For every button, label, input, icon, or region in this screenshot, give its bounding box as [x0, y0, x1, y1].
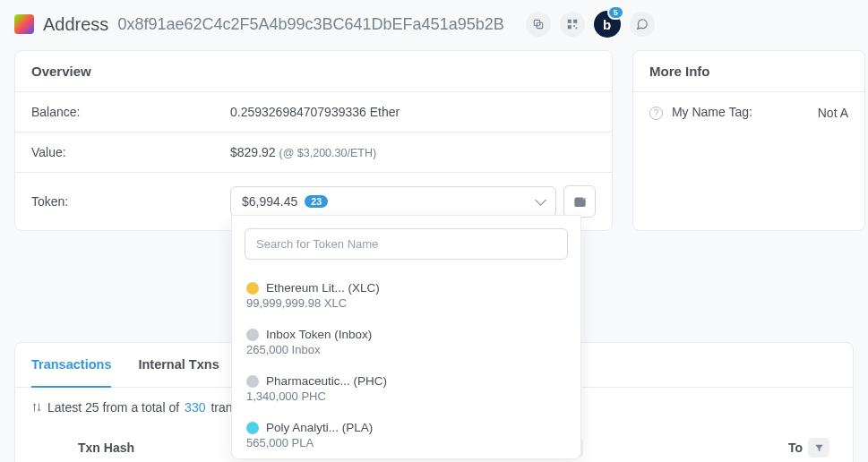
value-rate: (@ $3,200.30/ETH) — [279, 147, 377, 159]
token-total: $6,994.45 — [242, 194, 297, 209]
token-label: Token: — [31, 194, 230, 209]
token-count-badge: 23 — [305, 195, 328, 208]
balance-label: Balance: — [31, 105, 230, 119]
svg-rect-4 — [567, 25, 571, 29]
tab-internal-txns[interactable]: Internal Txns — [138, 343, 219, 387]
blockies-badge: 5 — [607, 5, 624, 20]
token-dropdown-panel: Ethereum Lit... (XLC) 99,999,999.98 XLC … — [231, 215, 581, 459]
token-item-amount: 1,340,000 PHC — [246, 389, 566, 403]
address-avatar — [14, 14, 34, 34]
token-item-name: Inbox Token (Inbox) — [266, 328, 372, 341]
token-item-name: Pharmaceutic... (PHC) — [266, 374, 387, 388]
page-title: Address — [43, 14, 108, 35]
token-item-amount: 565,000 PLA — [246, 436, 566, 449]
token-icon — [246, 282, 259, 295]
svg-rect-5 — [573, 25, 575, 27]
chevron-down-icon — [535, 194, 546, 206]
name-tag-value: Not A — [818, 106, 848, 120]
value-label: Value: — [31, 145, 230, 159]
blockies-icon[interactable]: b 5 — [594, 11, 621, 38]
token-dropdown-button[interactable]: $6,994.45 23 — [230, 186, 556, 217]
value-usd: $829.92 — [230, 145, 276, 159]
svg-rect-3 — [573, 20, 577, 23]
help-icon[interactable]: ? — [649, 107, 663, 120]
overview-card: Overview Balance: 0.259326984707939336 E… — [14, 50, 613, 231]
token-icon — [246, 375, 259, 388]
more-info-title: More Info — [649, 64, 848, 79]
more-info-card: More Info ? My Name Tag: Not A — [632, 50, 865, 231]
svg-rect-2 — [567, 20, 571, 23]
sort-icon[interactable] — [31, 402, 42, 413]
tx-count-link[interactable]: 330 — [185, 400, 205, 415]
token-item-amount: 265,000 Inbox — [246, 343, 566, 356]
token-dropdown-item[interactable]: Ethereum Lit... (XLC) 99,999,999.98 XLC — [232, 272, 580, 319]
filter-to-icon[interactable] — [808, 438, 829, 458]
chat-icon[interactable] — [630, 12, 655, 37]
token-search-input[interactable] — [245, 228, 568, 260]
token-icon — [246, 329, 259, 341]
qr-icon[interactable] — [560, 12, 585, 37]
wallet-button[interactable] — [563, 185, 596, 218]
name-tag-label: My Name Tag: — [672, 105, 752, 119]
copy-icon[interactable] — [526, 12, 551, 37]
token-item-amount: 99,999,999.98 XLC — [246, 296, 566, 310]
address-hash: 0x8f91ae62C4c2F5A4b99c3BC641DbEFa451a95b… — [117, 15, 503, 34]
svg-point-8 — [581, 201, 583, 203]
token-dropdown-item[interactable]: Pharmaceutic... (PHC) 1,340,000 PHC — [232, 365, 580, 412]
column-to: To — [788, 441, 803, 455]
overview-title: Overview — [31, 64, 596, 79]
token-icon — [246, 422, 259, 434]
tab-transactions[interactable]: Transactions — [31, 343, 111, 388]
token-item-name: Ethereum Lit... (XLC) — [266, 281, 380, 295]
svg-rect-6 — [575, 28, 577, 30]
token-dropdown-item[interactable]: Inbox Token (Inbox) 265,000 Inbox — [232, 319, 580, 365]
token-dropdown-item[interactable]: Poly Analyti... (PLA) 565,000 PLA — [232, 412, 580, 458]
tx-info-prefix: Latest 25 from a total of — [47, 400, 179, 415]
balance-value: 0.259326984707939336 Ether — [230, 105, 596, 119]
token-item-name: Poly Analyti... (PLA) — [266, 421, 373, 434]
blockies-letter: b — [603, 17, 611, 32]
